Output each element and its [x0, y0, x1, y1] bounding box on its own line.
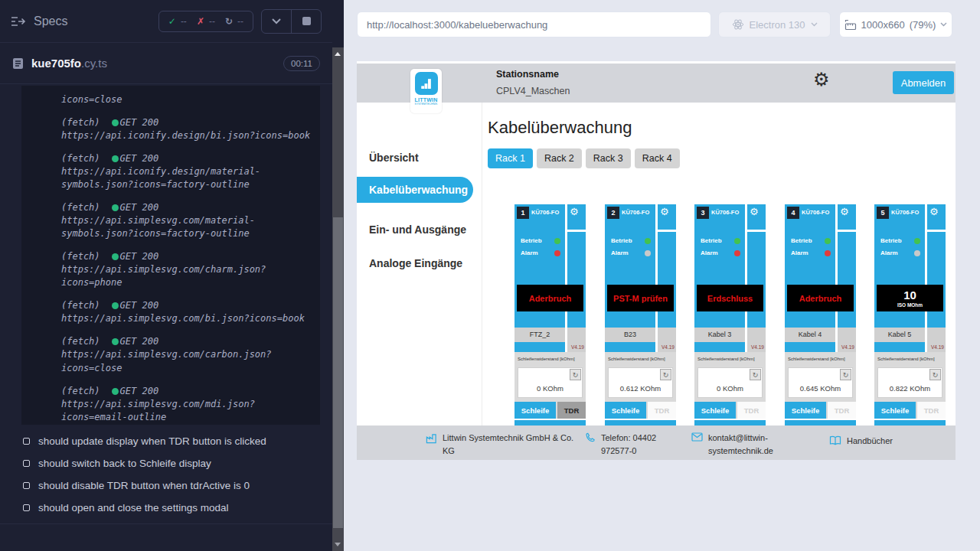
success-dot-icon [112, 253, 119, 260]
sidebar-collapse-icon[interactable] [11, 16, 26, 27]
test-item[interactable]: should update display when TDR button is… [0, 430, 332, 452]
phone-icon [585, 432, 596, 443]
alarm-led [825, 250, 831, 256]
schleife-button[interactable]: Schleife [694, 402, 736, 419]
rack-tabs: Rack 1 Rack 2 Rack 3 Rack 4 [488, 148, 680, 168]
test-state-icon [23, 482, 30, 489]
station-label: Stationsname [496, 69, 570, 80]
cross-icon: ✗ [197, 16, 204, 27]
tab-rack-2[interactable]: Rack 2 [537, 148, 582, 168]
refresh-icon[interactable]: ↻ [929, 369, 941, 380]
browser-select[interactable]: Electron 130 [718, 11, 831, 37]
log-entry[interactable]: (fetch)GET 200 https://api.simplesvg.com… [61, 201, 312, 240]
sidebar-item-kabelueberwachung[interactable]: Kabelüberwachung [357, 177, 473, 203]
scrollbar-down-arrow-icon[interactable] [335, 543, 341, 546]
schleife-button[interactable]: Schleife [874, 402, 916, 419]
settings-gear-icon[interactable]: ⚙ [813, 70, 830, 89]
test-item[interactable]: should open and close the settings modal [0, 497, 332, 519]
schleife-button[interactable]: Schleife [605, 402, 646, 419]
refresh-icon[interactable]: ↻ [840, 369, 851, 380]
tdr-button: TDR [917, 402, 946, 419]
right-column-divider [927, 230, 946, 232]
tab-rack-4[interactable]: Rack 4 [635, 148, 680, 168]
status-text: PST-M prüfen [613, 294, 668, 303]
stat-pending: ↻ -- [225, 16, 243, 27]
column-divider [565, 204, 567, 352]
viewport-size: 1000x660 [861, 19, 905, 31]
log-entry[interactable]: (fetch)GET 200 https://api.simplesvg.com… [61, 299, 312, 325]
alarm-label: Alarm [880, 249, 898, 256]
scrollbar-thumb[interactable] [333, 217, 343, 528]
logo-subtitle: SYSTEMTECHNIK [415, 103, 438, 106]
scrollbar-up-arrow-icon[interactable] [335, 52, 341, 56]
email-icon [691, 432, 703, 442]
tab-rack-3[interactable]: Rack 3 [586, 148, 631, 168]
url-input[interactable] [357, 11, 711, 37]
request-url: https://api.simplesvg.com/material-symbo… [61, 214, 312, 240]
log-entry[interactable]: (fetch)GET 200 https://api.simplesvg.com… [61, 335, 312, 374]
device-card: Kabel 3 V4.19 3 KÜ706-FO ⚙ Betrieb Alarm… [694, 204, 766, 425]
viewport-size-select[interactable]: 1000x660 (79%) [839, 11, 952, 37]
card-bottom-bar [874, 420, 946, 425]
cable-name: FTZ_2 [514, 331, 565, 338]
resistance-value: 0.645 KOhm [789, 384, 852, 393]
log-entry[interactable]: (fetch)GET 200 https://api.iconify.desig… [61, 152, 312, 191]
fetch-tag: (fetch) [61, 335, 100, 348]
tdr-button[interactable]: TDR [557, 402, 586, 419]
schleife-button[interactable]: Schleife [785, 402, 826, 419]
log-entry[interactable]: (fetch)GET 200 https://api.simplesvg.com… [61, 385, 312, 424]
betrieb-led [734, 238, 740, 244]
alarm-label: Alarm [521, 249, 538, 256]
refresh-icon[interactable]: ↻ [660, 369, 671, 380]
stat-passed: ✓ -- [168, 16, 187, 27]
schleife-button[interactable]: Schleife [514, 402, 556, 419]
logo-mark-icon [415, 72, 438, 95]
refresh-icon[interactable]: ↻ [750, 369, 761, 380]
http-status: GET 200 [120, 116, 159, 129]
company-logo: LITTWIN SYSTEMTECHNIK [410, 69, 442, 113]
scrollbar[interactable] [332, 47, 344, 551]
spec-file-row[interactable]: kue705fo.cy.ts 00:11 [0, 44, 332, 84]
betrieb-led-row: Betrieb [791, 237, 831, 244]
test-title: should switch back to Schleife display [38, 458, 211, 469]
log-entry[interactable]: (fetch)GET 200 https://api.simplesvg.com… [61, 250, 312, 289]
spec-file-icon [12, 57, 24, 70]
sidebar-item-analoge-eingaenge[interactable]: Analoge Eingänge [369, 257, 462, 269]
card-bottom-bar [514, 420, 586, 425]
logout-button[interactable]: Abmelden [893, 71, 954, 94]
footer-phone: Telefon: 04402 972577-0 [585, 432, 687, 457]
manuals-link: Handbücher [847, 435, 893, 448]
test-item[interactable]: should switch back to Schleife display [0, 452, 332, 474]
card-bottom-bar [785, 420, 856, 425]
footer-manuals[interactable]: Handbücher [829, 435, 893, 448]
device-settings-gear-icon[interactable]: ⚙ [840, 207, 849, 217]
resistance-label: Schleifenwiderstand [kOhm] [608, 357, 665, 361]
device-settings-gear-icon[interactable]: ⚙ [570, 207, 579, 217]
sidebar-item-ein-und-ausgaenge[interactable]: Ein- und Ausgänge [369, 223, 466, 236]
test-list: should update display when TDR button is… [0, 430, 332, 524]
device-model: KÜ706-FO [622, 209, 649, 216]
stop-button[interactable] [292, 10, 321, 33]
tab-rack-1[interactable]: Rack 1 [488, 148, 533, 168]
http-status: GET 200 [120, 335, 159, 348]
alarm-led-row: Alarm [791, 249, 831, 256]
resistance-label: Schleifenwiderstand [kOhm] [518, 357, 575, 361]
device-settings-gear-icon[interactable]: ⚙ [660, 207, 669, 217]
device-settings-gear-icon[interactable]: ⚙ [750, 207, 759, 217]
device-model: KÜ706-FO [802, 209, 829, 216]
value-box: ↻ 0.645 KOhm [788, 367, 853, 398]
betrieb-led-row: Betrieb [611, 237, 651, 244]
request-url: https://api.simplesvg.com/charm.json?ico… [61, 263, 312, 289]
resistance-label: Schleifenwiderstand [kOhm] [788, 357, 845, 361]
betrieb-led-row: Betrieb [521, 237, 560, 244]
command-log: icons=close (fetch)GET 200 https://api.i… [21, 86, 320, 425]
log-entry[interactable]: (fetch)GET 200 https://api.iconify.desig… [61, 116, 312, 142]
collapse-all-button[interactable] [262, 10, 291, 33]
refresh-icon[interactable]: ↻ [570, 369, 581, 380]
alarm-label: Alarm [791, 249, 808, 256]
device-settings-gear-icon[interactable]: ⚙ [929, 207, 939, 217]
resistance-label: Schleifenwiderstand [kOhm] [697, 357, 755, 361]
sidebar-item-uebersicht[interactable]: Übersicht [369, 152, 419, 164]
runner-controls [261, 9, 322, 34]
test-item[interactable]: should disable TDR button when tdrActive… [0, 474, 332, 497]
